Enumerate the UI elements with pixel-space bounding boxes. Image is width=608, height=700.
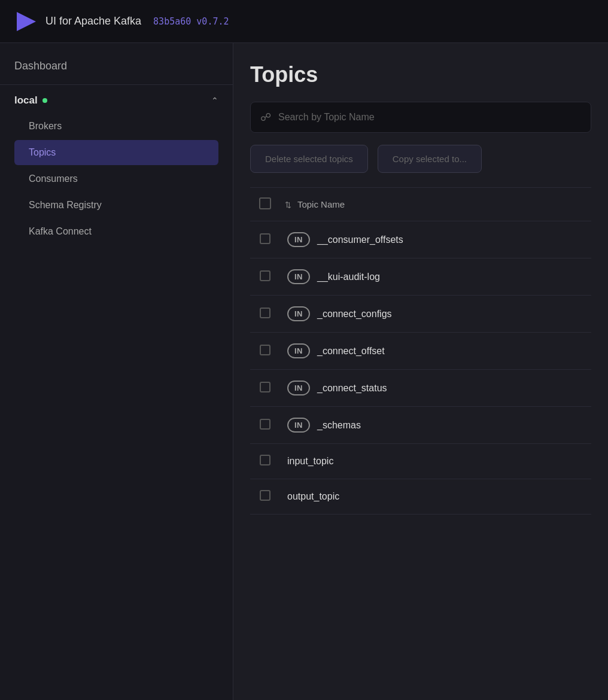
row-checkbox[interactable] [260, 308, 270, 318]
row-checkbox-cell [250, 333, 280, 370]
sidebar-item-consumers[interactable]: Consumers [14, 166, 218, 191]
topic-name-cell: IN__kui-audit-log [280, 258, 591, 296]
row-checkbox-cell [250, 479, 280, 515]
row-checkbox[interactable] [260, 270, 270, 281]
topic-name-text: __consumer_offsets [317, 235, 403, 245]
sidebar: Dashboard local ⌃ Brokers Topics Consume… [0, 43, 233, 700]
table-row[interactable]: IN__consumer_offsets [250, 221, 591, 258]
topic-name-cell: output_topic [280, 479, 591, 515]
topic-name-cell: IN_schemas [280, 407, 591, 444]
logo-area: UI for Apache Kafka [14, 10, 141, 34]
sidebar-item-kafka-connect[interactable]: Kafka Connect [14, 219, 218, 244]
table-row[interactable]: IN_connect_configs [250, 296, 591, 333]
page-title: Topics [250, 62, 591, 87]
row-checkbox[interactable] [260, 345, 270, 355]
internal-badge: IN [287, 232, 310, 247]
row-checkbox-cell [250, 370, 280, 407]
row-checkbox-cell [250, 296, 280, 333]
topic-name-text: _connect_status [317, 383, 387, 394]
cluster-header: local ⌃ [14, 95, 218, 106]
topics-table: ⇅ Topic Name IN__consumer_offsetsIN__kui… [250, 187, 591, 515]
table-row[interactable]: IN__kui-audit-log [250, 258, 591, 296]
topic-name-text: _schemas [317, 420, 361, 431]
topic-name-text: output_topic [287, 491, 339, 502]
app-logo [14, 10, 38, 34]
header-checkbox-cell [250, 188, 280, 221]
row-checkbox[interactable] [260, 490, 270, 501]
sidebar-item-topics[interactable]: Topics [14, 140, 218, 165]
chevron-up-icon[interactable]: ⌃ [211, 96, 218, 105]
internal-badge: IN [287, 381, 310, 395]
row-checkbox-cell [250, 407, 280, 444]
topics-tbody: IN__consumer_offsetsIN__kui-audit-logIN_… [250, 221, 591, 515]
version-badge: 83b5a60 v0.7.2 [153, 16, 229, 27]
internal-badge: IN [287, 343, 310, 358]
action-buttons: Delete selected topics Copy selected to.… [250, 145, 591, 173]
sidebar-dashboard[interactable]: Dashboard [0, 43, 233, 85]
row-checkbox-cell [250, 444, 280, 479]
main-layout: Dashboard local ⌃ Brokers Topics Consume… [0, 43, 608, 700]
select-all-checkbox[interactable] [259, 197, 271, 209]
table-row[interactable]: input_topic [250, 444, 591, 479]
internal-badge: IN [287, 269, 310, 284]
main-content: Topics ☍ Delete selected topics Copy sel… [233, 43, 608, 700]
internal-badge: IN [287, 306, 310, 321]
topic-name-text: input_topic [287, 456, 333, 467]
app-title: UI for Apache Kafka [45, 15, 141, 28]
topic-name-text: __kui-audit-log [317, 272, 380, 282]
table-row[interactable]: output_topic [250, 479, 591, 515]
table-row[interactable]: IN_schemas [250, 407, 591, 444]
app-header: UI for Apache Kafka 83b5a60 v0.7.2 [0, 0, 608, 43]
search-icon: ☍ [260, 111, 271, 124]
topic-name-cell: IN__consumer_offsets [280, 221, 591, 258]
row-checkbox[interactable] [260, 382, 270, 392]
row-checkbox-cell [250, 258, 280, 296]
copy-selected-button[interactable]: Copy selected to... [378, 145, 482, 173]
nav-items: Brokers Topics Consumers Schema Registry… [14, 114, 218, 244]
search-bar[interactable]: ☍ [250, 102, 591, 133]
row-checkbox-cell [250, 221, 280, 258]
topic-name-cell: IN_connect_offset [280, 333, 591, 370]
status-dot [42, 98, 47, 103]
topic-name-text: _connect_offset [317, 346, 385, 357]
topic-name-cell: IN_connect_status [280, 370, 591, 407]
cluster-name: local [14, 95, 47, 106]
internal-badge: IN [287, 418, 310, 433]
topic-name-cell: input_topic [280, 444, 591, 479]
table-row[interactable]: IN_connect_offset [250, 333, 591, 370]
row-checkbox[interactable] [260, 455, 270, 465]
row-checkbox[interactable] [260, 233, 270, 244]
search-input[interactable] [278, 112, 581, 123]
column-topic-name[interactable]: ⇅ Topic Name [280, 188, 591, 221]
topic-name-text: _connect_configs [317, 309, 392, 319]
row-checkbox[interactable] [260, 419, 270, 430]
sidebar-item-schema-registry[interactable]: Schema Registry [14, 193, 218, 218]
sidebar-item-brokers[interactable]: Brokers [14, 114, 218, 139]
topic-name-cell: IN_connect_configs [280, 296, 591, 333]
table-header: ⇅ Topic Name [250, 188, 591, 221]
cluster-section: local ⌃ Brokers Topics Consumers Schema … [0, 85, 233, 255]
table-row[interactable]: IN_connect_status [250, 370, 591, 407]
svg-marker-0 [17, 12, 36, 31]
delete-selected-button[interactable]: Delete selected topics [250, 145, 368, 173]
sort-icon: ⇅ [285, 200, 291, 209]
